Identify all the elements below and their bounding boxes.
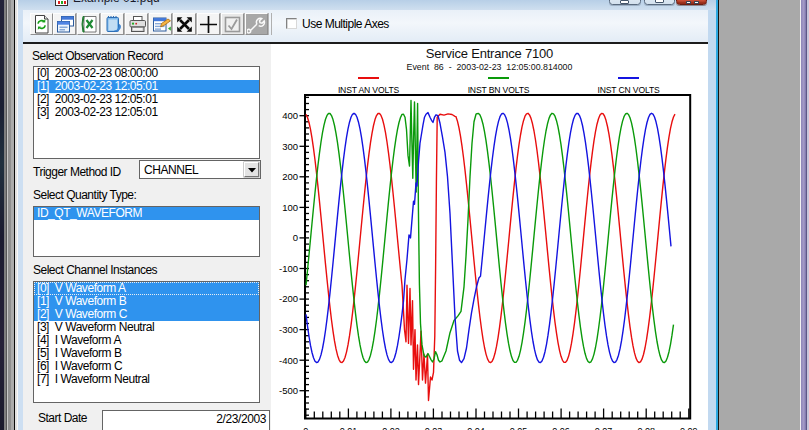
- svg-text:-300: -300: [279, 324, 298, 335]
- svg-text:0: 0: [303, 426, 308, 430]
- svg-text:300: 300: [282, 141, 298, 152]
- svg-text:0.03: 0.03: [425, 426, 443, 430]
- svg-text:0.06: 0.06: [552, 426, 570, 430]
- svg-text:400: 400: [282, 110, 298, 121]
- svg-text:100: 100: [282, 202, 298, 213]
- svg-text:-200: -200: [279, 293, 298, 304]
- svg-text:0: 0: [293, 232, 298, 243]
- svg-text:0.09: 0.09: [680, 426, 698, 430]
- svg-text:0.05: 0.05: [510, 426, 528, 430]
- svg-text:0.08: 0.08: [637, 426, 655, 430]
- svg-text:0.07: 0.07: [595, 426, 613, 430]
- svg-text:200: 200: [282, 171, 298, 182]
- svg-text:-400: -400: [279, 355, 298, 366]
- svg-text:0.04: 0.04: [467, 426, 485, 430]
- svg-text:0.01: 0.01: [340, 426, 358, 430]
- svg-text:-500: -500: [279, 385, 298, 396]
- svg-text:-100: -100: [279, 263, 298, 274]
- svg-text:0.02: 0.02: [382, 426, 400, 430]
